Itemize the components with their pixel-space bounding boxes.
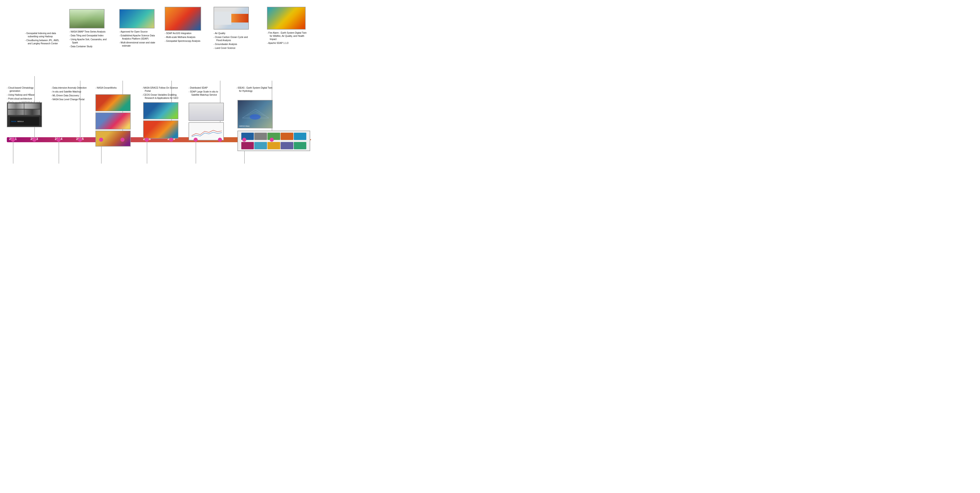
content-above-2013: Geospatial Indexing and data subsetting … (25, 32, 64, 46)
screenshot-ideas-hydro: CERFACS Water (237, 100, 273, 128)
dot-2011 (11, 138, 15, 142)
item-climatology: Cloud-based Climatology generation (7, 86, 42, 93)
item-container: Data Container Study (69, 45, 108, 48)
timeline-container: 2011 2013 2014 2015 2016 2017 2018 2019 … (2, 0, 316, 164)
item-ocean-carbon: Ocean Carbon Ocean Cycle and Flood Analy… (213, 36, 252, 42)
screenshot-fire-twin (267, 7, 305, 30)
svg-point-5 (250, 114, 261, 119)
item-grace: NASA GRACE Follow-On Science Portal (142, 86, 181, 93)
dot-2020 (194, 138, 198, 142)
dot-2022 (242, 138, 246, 142)
content-below-2018: NASA GRACE Follow-On Science Portal CEOS… (142, 86, 181, 100)
content-below-2014: Data-intensive Anomaly Detection In-situ… (51, 86, 89, 102)
item-fire-alarm: Fire Alarm - Earth System Digital Twin f… (267, 31, 309, 41)
content-below-2016: NASA OceanWorks (95, 86, 127, 90)
dot-2015 (78, 138, 82, 142)
screenshot-sdap2 (189, 103, 224, 121)
item-pointcloud: Point-cloud architecture (7, 97, 42, 100)
item-oceanworks: NASA OceanWorks (95, 86, 127, 89)
item-solr: Using Apache Solr, Cassandra, and Spark (69, 38, 108, 44)
item-ceos: CEOS Ocean Variables Enabling Research &… (142, 93, 181, 100)
item-sealevel: NASA Sea Level Change Portal (51, 98, 89, 101)
item-ml: ML-Driven Data Discovery (51, 94, 89, 97)
dot-2021 (218, 138, 222, 142)
item-anomaly: Data-intensive Anomaly Detection (51, 86, 89, 89)
content-above-2019: SDAP ArcGIS Integration Multi-scale Meth… (165, 32, 204, 43)
dot-2014 (57, 138, 60, 142)
dot-2017 (121, 138, 124, 142)
screenshot-ceos-diagram (237, 130, 310, 151)
screenshot-nebula: NASA NEBULA (7, 102, 42, 127)
screenshot-ocean1 (95, 94, 130, 111)
item-hadoop: Using Hadoop and HBase (7, 93, 42, 97)
item-ideas: IDEAS - Earth System Digital Twin for Hy… (236, 86, 275, 93)
item-sdap-matchup: SDAP Large Scale in-situ to Satellite Ma… (189, 90, 226, 97)
item-methane: Multi-scale Methane Analysis (165, 36, 204, 39)
screenshot-soil-moisture (69, 9, 105, 29)
content-below-2022: IDEAS - Earth System Digital Twin for Hy… (236, 86, 275, 93)
screenshot-ocean2 (95, 113, 130, 129)
line-down-2011 (13, 140, 13, 164)
dot-2013 (32, 138, 37, 142)
content-above-2021: Air Quality Ocean Carbon Ocean Cycle and… (213, 32, 252, 51)
content-above-2015: NASA SMAP Time-Series Analysis Data Tili… (69, 30, 108, 49)
item-apache-sdap: Established Apache Science Data Analytic… (119, 34, 158, 40)
dot-2023 (270, 138, 274, 142)
dot-2016 (99, 138, 103, 142)
dot-2019 (169, 138, 173, 142)
screenshot-air-quality (213, 7, 249, 30)
dot-2018 (145, 138, 149, 142)
screenshot-grace1 (143, 102, 178, 119)
item-cloudburing: Cloudburing between JPL, AWS, and Langle… (25, 39, 64, 45)
content-above-2023: Fire Alarm - Earth System Digital Twin f… (267, 31, 309, 45)
screenshot-grace2 (143, 121, 178, 138)
line-down-2014 (59, 140, 59, 164)
item-multi-ocean: Multi-dimensional ocean and state estima… (119, 41, 158, 48)
item-groundwater: Groundwater Analysis (213, 43, 252, 46)
item-arcgis: SDAP ArcGIS Integration (165, 32, 204, 35)
content-above-2017: Approved for Open Source Established Apa… (119, 30, 158, 48)
item-insitu: In-situ and Satellite Matchup (51, 90, 89, 93)
item-land-cover: Land Cover Science (213, 46, 252, 50)
screenshot-arcgis (165, 7, 201, 31)
item-air-quality: Air Quality (213, 32, 252, 35)
line-down-2018 (147, 140, 147, 164)
line-down-2020 (196, 140, 196, 164)
item-smap: NASA SMAP Time-Series Analysis (69, 30, 108, 33)
item-open-source: Approved for Open Source (119, 30, 158, 33)
item-spectroscopy: Geospatial Spectroscopy Analysis (165, 40, 204, 43)
item-distributed-sdap: Distributed SDAP (189, 86, 226, 89)
screenshot-chart (189, 122, 224, 140)
item-tiling: Data Tiling and Geospatial Index (69, 34, 108, 37)
item-geospatial-indexing: Geospatial Indexing and data subsetting … (25, 32, 64, 38)
item-sdap-110: Apache SDAP 1.1.0 (267, 41, 309, 45)
screenshot-sdap-ocean (119, 9, 154, 29)
content-below-2020: Distributed SDAP SDAP Large Scale in-sit… (189, 86, 226, 97)
